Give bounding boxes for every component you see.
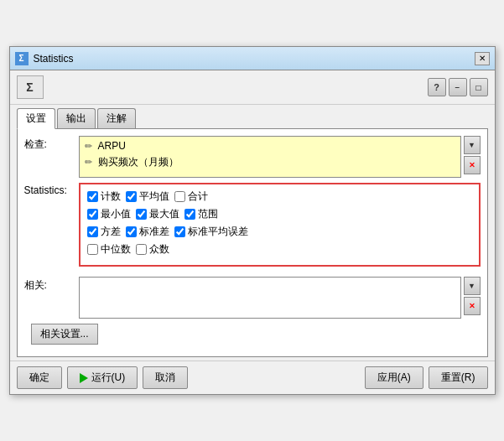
corr-settings-button[interactable]: 相关设置... [31, 324, 98, 345]
check-row: 检查: ARPU 购买频次（月频） ▼ ✕ [24, 136, 481, 178]
check-label: 检查: [24, 136, 79, 152]
correlation-listbox[interactable] [79, 277, 461, 319]
statistics-box: 计数 平均值 合计 最小值 [79, 183, 481, 267]
pencil-icon [83, 140, 95, 152]
main-content: 检查: ARPU 购买频次（月频） ▼ ✕ Statistics: [17, 128, 488, 357]
play-icon [80, 373, 88, 383]
reset-button[interactable]: 重置(R) [429, 366, 488, 389]
statistics-window: Σ Statistics ✕ Σ ? − □ 设置 输出 注解 [9, 46, 496, 395]
correlation-label: 相关: [24, 277, 79, 293]
sigma-button[interactable]: Σ [17, 75, 44, 99]
remove-button[interactable]: ✕ [464, 156, 481, 174]
checkbox-min[interactable]: 最小值 [87, 207, 131, 221]
apply-button[interactable]: 应用(A) [365, 366, 423, 389]
corr-remove-button[interactable]: ✕ [464, 297, 481, 315]
minimize-button[interactable]: − [449, 78, 467, 96]
window-title: Statistics [34, 53, 475, 65]
window-icon: Σ [15, 52, 29, 65]
bottom-bar: 确定 运行(U) 取消 应用(A) 重置(R) [10, 361, 495, 394]
stats-row-1: 计数 平均值 合计 [87, 189, 472, 204]
min-checkbox[interactable] [87, 209, 98, 220]
statistics-label: Statistics: [24, 183, 79, 196]
checkbox-count[interactable]: 计数 [87, 189, 121, 204]
correlation-row: 相关: ▼ ✕ [24, 277, 481, 319]
checkbox-mode[interactable]: 众数 [136, 242, 169, 257]
checkbox-max[interactable]: 最大值 [136, 207, 179, 221]
stddev-checkbox[interactable] [126, 226, 137, 237]
mode-checkbox[interactable] [136, 244, 147, 255]
variance-checkbox[interactable] [87, 226, 98, 237]
sum-checkbox[interactable] [174, 191, 185, 202]
stats-row-2: 最小值 最大值 范围 [87, 207, 472, 221]
checkbox-mean[interactable]: 平均值 [126, 189, 169, 204]
check-listbox[interactable]: ARPU 购买频次（月频） [79, 136, 461, 178]
max-checkbox[interactable] [136, 209, 147, 220]
tab-annotation[interactable]: 注解 [97, 108, 136, 128]
tabs: 设置 输出 注解 [10, 105, 495, 128]
list-item: 购买频次（月频） [83, 153, 457, 171]
tab-settings[interactable]: 设置 [17, 108, 55, 129]
checkbox-stddev[interactable]: 标准差 [126, 225, 169, 239]
stderr-checkbox[interactable] [174, 226, 185, 237]
help-button[interactable]: ? [428, 78, 446, 96]
median-checkbox[interactable] [87, 244, 98, 255]
move-down-button[interactable]: ▼ [464, 136, 481, 154]
mean-checkbox[interactable] [126, 191, 137, 202]
list-side-buttons: ▼ ✕ [464, 136, 481, 174]
sigma-icon: Σ [26, 80, 33, 94]
checkbox-median[interactable]: 中位数 [87, 242, 131, 257]
title-bar-buttons: ✕ [475, 52, 490, 65]
count-checkbox[interactable] [87, 191, 98, 202]
corr-move-down-button[interactable]: ▼ [464, 277, 481, 295]
checkbox-stderr[interactable]: 标准平均误差 [174, 225, 248, 239]
close-button[interactable]: ✕ [475, 52, 490, 65]
checkbox-variance[interactable]: 方差 [87, 225, 121, 239]
cancel-button[interactable]: 取消 [143, 366, 188, 389]
checkbox-range[interactable]: 范围 [184, 207, 218, 221]
corr-settings-row: 相关设置... [31, 324, 474, 345]
title-bar: Σ Statistics ✕ [10, 47, 495, 70]
maximize-button[interactable]: □ [470, 78, 488, 96]
run-button[interactable]: 运行(U) [67, 366, 138, 389]
range-checkbox[interactable] [184, 209, 195, 220]
checkbox-sum[interactable]: 合计 [174, 189, 208, 204]
ok-button[interactable]: 确定 [17, 366, 62, 389]
list-item: ARPU [83, 138, 457, 153]
stats-row-3: 方差 标准差 标准平均误差 [87, 225, 472, 239]
stats-row-4: 中位数 众数 [87, 242, 472, 257]
toolbar: Σ ? − □ [10, 70, 495, 105]
pencil-icon [83, 157, 95, 169]
tab-output[interactable]: 输出 [57, 108, 96, 128]
corr-side-buttons: ▼ ✕ [464, 277, 481, 315]
toolbar-right: ? − □ [428, 78, 488, 96]
